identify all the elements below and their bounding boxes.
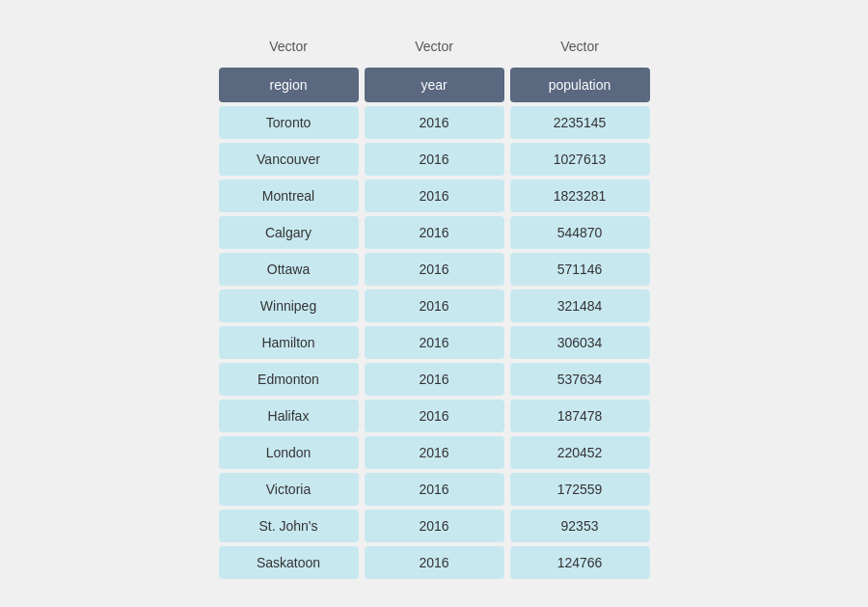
cell-region-3: Calgary — [219, 216, 359, 249]
cell-population-6: 306034 — [510, 326, 650, 359]
cell-population-9: 220452 — [510, 436, 650, 469]
cell-population-5: 321484 — [510, 290, 650, 322]
cell-year-2: 2016 — [365, 179, 504, 212]
cell-region-2: Montreal — [219, 179, 359, 212]
cell-year-10: 2016 — [365, 473, 504, 506]
cell-population-1: 1027613 — [510, 143, 650, 176]
cell-population-10: 172559 — [510, 473, 650, 506]
cell-population-12: 124766 — [510, 546, 650, 579]
cell-year-7: 2016 — [365, 363, 504, 396]
cell-region-6: Hamilton — [219, 326, 359, 359]
column-population: Vectorpopulation223514510276131823281544… — [510, 29, 650, 579]
cell-year-4: 2016 — [365, 253, 504, 286]
cell-region-7: Edmonton — [219, 363, 359, 396]
cell-population-0: 2235145 — [510, 106, 650, 139]
vector-label-population: Vector — [510, 29, 650, 64]
vector-label-region: Vector — [219, 29, 359, 64]
data-table: VectorregionTorontoVancouverMontrealCalg… — [200, 10, 669, 598]
cell-region-5: Winnipeg — [219, 290, 359, 322]
vector-label-year: Vector — [365, 29, 504, 64]
cell-year-11: 2016 — [365, 510, 504, 542]
cell-year-0: 2016 — [365, 106, 504, 139]
column-year: Vectoryear201620162016201620162016201620… — [365, 29, 504, 579]
column-header-region[interactable]: region — [219, 68, 359, 102]
cell-region-8: Halifax — [219, 400, 359, 432]
cell-year-5: 2016 — [365, 290, 504, 322]
cell-year-1: 2016 — [365, 143, 504, 176]
cell-region-0: Toronto — [219, 106, 359, 139]
cell-year-9: 2016 — [365, 436, 504, 469]
cell-population-7: 537634 — [510, 363, 650, 396]
cell-region-4: Ottawa — [219, 253, 359, 286]
cell-year-8: 2016 — [365, 400, 504, 432]
cell-population-4: 571146 — [510, 253, 650, 286]
cell-population-3: 544870 — [510, 216, 650, 249]
cell-region-9: London — [219, 436, 359, 469]
cell-region-11: St. John's — [219, 510, 359, 542]
column-header-year[interactable]: year — [365, 68, 504, 102]
column-region: VectorregionTorontoVancouverMontrealCalg… — [219, 29, 359, 579]
cell-population-2: 1823281 — [510, 179, 650, 212]
cell-year-3: 2016 — [365, 216, 504, 249]
cell-region-10: Victoria — [219, 473, 359, 506]
cell-region-12: Saskatoon — [219, 546, 359, 579]
column-header-population[interactable]: population — [510, 68, 650, 102]
cell-year-6: 2016 — [365, 326, 504, 359]
cell-population-11: 92353 — [510, 510, 650, 542]
cell-year-12: 2016 — [365, 546, 504, 579]
cell-region-1: Vancouver — [219, 143, 359, 176]
cell-population-8: 187478 — [510, 400, 650, 432]
